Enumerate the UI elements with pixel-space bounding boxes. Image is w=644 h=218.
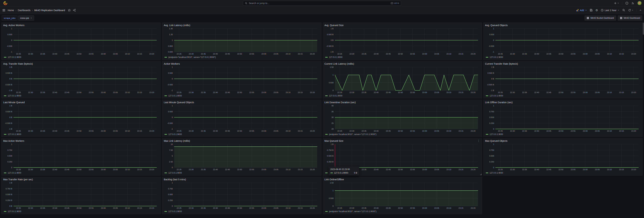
legend-series-marker[interactable]: [325, 211, 328, 212]
search-input[interactable]: [249, 2, 389, 5]
legend-series-marker[interactable]: [486, 173, 488, 173]
legend-series-label[interactable]: 127.0.0.1:9000: [329, 95, 342, 97]
scrollbar-thumb[interactable]: [643, 23, 644, 35]
legend-series-label[interactable]: 127.0.0.1:9000: [8, 95, 21, 97]
time-series-chart[interactable]: 22:2522:3022:3522:4022:4522:5022:5523:00…: [3, 143, 159, 171]
panel-header[interactable]: Max Link Latency (millis): [164, 140, 320, 143]
legend-series-label[interactable]: 127.0.0.1:9000: [168, 172, 182, 174]
help-button[interactable]: ?: [625, 2, 628, 5]
legend-series-marker[interactable]: [4, 95, 6, 96]
panel-header[interactable]: Avg. Queued Objects: [485, 24, 641, 28]
legend-series-marker[interactable]: [164, 134, 167, 135]
legend-series-label[interactable]: 127.0.0.1:9000: [168, 210, 182, 213]
refresh-button[interactable]: [628, 9, 634, 12]
time-series-chart[interactable]: 22:2522:3022:3522:4022:4522:5022:5523:00…: [485, 28, 641, 56]
legend-series-marker[interactable]: [325, 95, 328, 96]
legend-series-label[interactable]: 127.0.0.1:9000: [490, 95, 503, 97]
dashboard-settings-button[interactable]: ⚙: [596, 9, 598, 12]
legend-series-marker[interactable]: [325, 173, 328, 173]
time-series-chart[interactable]: 22:2522:3022:3522:4022:4522:5022:5523:00…: [3, 28, 159, 56]
legend-series-marker[interactable]: [4, 134, 6, 135]
legend-series-marker[interactable]: [164, 211, 167, 212]
new-button[interactable]: [614, 2, 619, 5]
legend-series-label[interactable]: 127.0.0.1:9000: [8, 210, 21, 213]
panel-header[interactable]: Backlog (last 5 mins): [164, 178, 320, 182]
panel-header[interactable]: Link Downtime Duration (sec): [324, 101, 480, 105]
legend-series-label[interactable]: 127.0.0.1:9000: [8, 56, 21, 58]
legend-series-label[interactable]: 127.0.0.1:9000: [490, 133, 503, 136]
link-minio-bucket-dashboard[interactable]: MinIO Bucket Dashboard: [584, 16, 616, 21]
legend-series-marker[interactable]: [4, 211, 6, 212]
panel-header[interactable]: Last Minute Queued: [3, 101, 159, 105]
time-series-chart[interactable]: 22:2522:3022:3522:4022:4522:5022:5523:00…: [164, 143, 320, 171]
add-panel-button[interactable]: Add: [576, 9, 587, 12]
legend-series-label[interactable]: 127.0.0.1:9000: [490, 172, 503, 174]
time-series-chart[interactable]: 22:2522:3022:3522:4022:4522:5022:5523:00…: [485, 105, 641, 133]
panel-header[interactable]: Last Minute Queued Objects: [164, 101, 320, 105]
panel-header[interactable]: Max Transfer Rate (per sec): [3, 178, 159, 182]
search-bar[interactable]: ctrl+k: [243, 1, 401, 6]
legend-series-label[interactable]: 127.0.0.1:9000: [8, 133, 21, 136]
legend-series-marker[interactable]: [325, 134, 328, 135]
legend-series-label[interactable]: 127.0.0.1:9000: [168, 95, 182, 97]
legend-series-label[interactable]: 127.0.0.1:9000: [168, 133, 182, 136]
time-series-chart[interactable]: 22:2522:3022:3522:4022:4522:5022:5523:00…: [485, 66, 641, 94]
breadcrumb-dashboards[interactable]: Dashboards: [18, 9, 30, 12]
variable-label[interactable]: scrape_jobs: [2, 16, 18, 21]
save-dashboard-button[interactable]: [590, 9, 592, 12]
panel-header[interactable]: Active Workers: [164, 62, 320, 66]
legend-series-label[interactable]: 127.0.0.1:9000: [490, 56, 503, 58]
time-series-chart[interactable]: 22:2522:3022:3522:4022:4522:5022:5523:00…: [485, 143, 641, 171]
legend-series-marker[interactable]: [486, 95, 488, 96]
panel-header[interactable]: Max Queued Size ⋮: [324, 140, 480, 143]
time-series-chart[interactable]: 22:2522:3022:3522:4022:4522:5022:5523:00…: [3, 182, 159, 210]
panel-header[interactable]: Avg. Queued Size: [324, 24, 480, 28]
time-series-chart[interactable]: 22:2522:3022:3522:4022:4522:5022:5523:00…: [164, 66, 320, 94]
news-button[interactable]: [632, 2, 634, 5]
panel-header[interactable]: Link Offline Duration (sec): [485, 101, 641, 105]
panel-header[interactable]: Link Online/Offline: [324, 178, 480, 182]
avatar[interactable]: [638, 1, 642, 5]
panel-header[interactable]: Max Queued Objects: [485, 140, 641, 143]
legend-series-marker[interactable]: [4, 173, 6, 173]
panel-header[interactable]: Max Active Workers: [3, 140, 159, 143]
variable-value-dropdown[interactable]: minio-job: [18, 16, 34, 21]
zoom-out-button[interactable]: [622, 9, 625, 12]
collapse-toolbar-button[interactable]: [639, 9, 642, 12]
favorite-button[interactable]: [68, 9, 71, 12]
legend-series-marker[interactable]: [164, 173, 167, 173]
time-series-chart[interactable]: 22:2522:3022:3522:4022:4522:5022:5523:00…: [164, 182, 320, 210]
panel-header[interactable]: Avg. Link Latency (millis): [164, 24, 320, 28]
legend-series-marker[interactable]: [486, 57, 488, 58]
legend-series-label[interactable]: {endpoint="localhost:9010", server="127.…: [329, 210, 376, 213]
legend-series-marker[interactable]: [164, 57, 167, 58]
link-minio-dashboard[interactable]: MinIO Dashboard: [618, 16, 642, 21]
legend-series-label[interactable]: 127.0.0.1:9000: [8, 172, 21, 174]
time-series-chart[interactable]: 22:2522:3022:3522:4022:4522:5022:5523:00…: [3, 105, 159, 133]
legend-series-label[interactable]: 127.0.0.1:9000: [329, 56, 342, 58]
panel-header[interactable]: Current Link Latency (millis): [324, 62, 480, 66]
grafana-logo[interactable]: [4, 1, 7, 5]
legend-series-marker[interactable]: [486, 134, 488, 135]
time-series-chart[interactable]: 22:2522:3022:3522:4022:4522:5022:5523:00…: [324, 66, 480, 94]
legend-series-label[interactable]: {endpoint="localhost:9010", server="127.…: [168, 56, 216, 58]
panel-resize-handle[interactable]: [480, 174, 482, 175]
share-button[interactable]: [73, 9, 76, 12]
breadcrumb-home[interactable]: Home: [8, 9, 14, 12]
legend-series-marker[interactable]: [164, 95, 167, 96]
time-series-chart[interactable]: 22:2522:3022:3522:4022:4522:5022:5523:00…: [324, 182, 480, 210]
legend-series-marker[interactable]: [325, 57, 328, 58]
panel-header[interactable]: Current Transfer Rate (bytes/s): [485, 62, 641, 66]
panel-header[interactable]: Avg. Active Workers: [3, 24, 159, 28]
time-series-chart[interactable]: 22:2522:3022:3522:4022:4522:5022:5523:00…: [164, 28, 320, 56]
mega-menu-button[interactable]: [2, 9, 6, 12]
time-series-chart[interactable]: 22:2522:3022:3522:4022:4522:5022:5523:00…: [324, 105, 480, 133]
time-series-chart[interactable]: 22:2522:3022:3522:4022:4522:5022:5523:00…: [3, 66, 159, 94]
time-range-picker[interactable]: Last 1 hour: [601, 9, 620, 12]
legend-series-label[interactable]: {endpoint="localhost:9010", server="127.…: [329, 133, 376, 136]
legend-series-marker[interactable]: [4, 57, 6, 58]
kebab-menu-icon[interactable]: ⋮: [477, 140, 480, 142]
time-series-chart[interactable]: 22:2522:3022:3522:4022:4522:5022:5523:00…: [164, 105, 320, 133]
time-series-chart[interactable]: 22:2522:3022:3522:4022:4522:5022:5523:00…: [324, 28, 480, 56]
panel-header[interactable]: Avg. Transfer Rate (bytes/s): [3, 62, 159, 66]
